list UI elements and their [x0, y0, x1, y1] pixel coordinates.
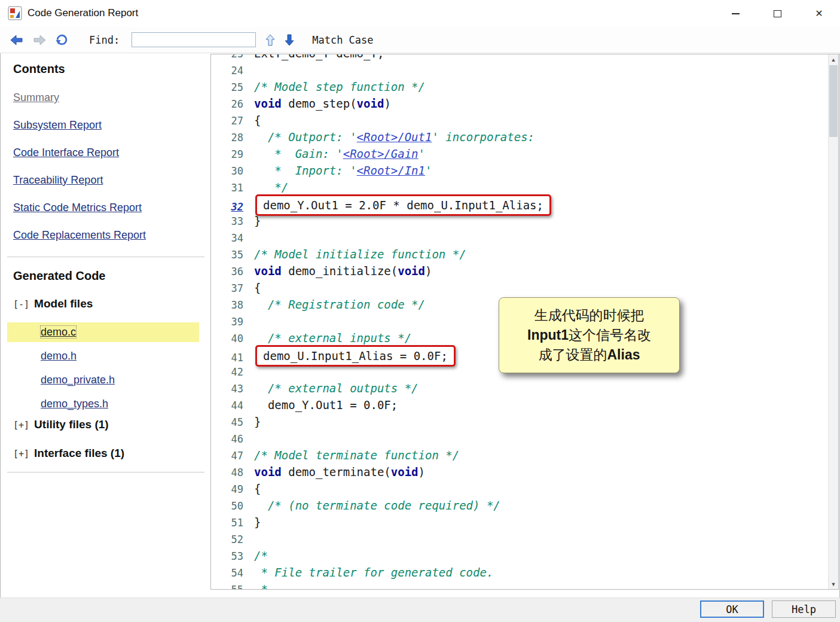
code-token: demo_step( — [282, 97, 357, 110]
code-token: { — [254, 281, 261, 294]
code-text: void demo_terminate(void) — [254, 465, 425, 478]
file-link[interactable]: demo_private.h — [41, 374, 115, 386]
scroll-down-button[interactable]: ▼ — [829, 579, 838, 589]
line-number: 33 — [219, 213, 243, 230]
code-token: /* (no terminate code required) */ — [254, 499, 500, 512]
close-icon: ✕ — [815, 8, 823, 19]
forward-button[interactable] — [32, 34, 47, 46]
scroll-thumb[interactable] — [829, 65, 838, 137]
code-line: 37{ — [219, 279, 827, 296]
code-token: } — [254, 214, 261, 227]
code-link[interactable]: <Root>/Gain — [343, 147, 419, 160]
code-text: /* Model step function */ — [254, 80, 425, 93]
line-number: 49 — [219, 481, 243, 498]
titlebar: Code Generation Report ✕ — [0, 0, 840, 27]
tree-group-label: Model files — [34, 297, 93, 310]
line-number: 34 — [219, 230, 243, 246]
toc-link[interactable]: Traceability Report — [13, 174, 204, 187]
callout-text-line: 成了设置的Alias — [499, 345, 679, 365]
tree-toggle-icon[interactable]: [+] — [13, 449, 29, 459]
code-line: 53/* — [219, 547, 827, 564]
back-button[interactable] — [10, 34, 24, 46]
find-previous-button[interactable] — [265, 34, 275, 46]
contents-links: SummarySubsystem ReportCode Interface Re… — [7, 92, 204, 242]
maximize-button[interactable] — [756, 0, 798, 27]
line-number: 24 — [219, 62, 243, 79]
line-number: 26 — [219, 96, 243, 112]
file-link[interactable]: demo.c — [41, 326, 76, 338]
code-token: void — [254, 264, 282, 278]
match-case-label[interactable]: Match Case — [312, 34, 373, 46]
generated-code-heading: Generated Code — [13, 269, 204, 283]
code-token: ) — [384, 97, 390, 110]
code-line: 34 — [219, 229, 827, 246]
tree-toggle-icon[interactable]: [+] — [13, 420, 29, 431]
sidebar-divider — [7, 257, 204, 257]
code-token: } — [254, 516, 261, 529]
code-token: /* — [254, 549, 268, 562]
code-link[interactable]: <Root>/In1 — [357, 164, 425, 177]
toc-link[interactable]: Summary — [13, 92, 204, 104]
ok-button[interactable]: OK — [700, 600, 764, 618]
file-row: demo_types.h — [7, 394, 204, 414]
file-link[interactable]: demo.h — [41, 350, 77, 362]
file-row: demo.c — [7, 322, 199, 342]
line-number: 28 — [219, 129, 243, 146]
refresh-icon — [55, 33, 69, 47]
toc-link[interactable]: Static Code Metrics Report — [13, 202, 204, 214]
close-button[interactable]: ✕ — [798, 0, 840, 27]
line-number: 23 — [219, 54, 243, 62]
line-number: 42 — [219, 364, 243, 380]
code-line: 31 */ — [219, 179, 827, 196]
code-token: */ — [254, 181, 288, 194]
code-token: void — [398, 264, 425, 278]
code-line: 29 * Gain: '<Root>/Gain' — [219, 145, 827, 162]
code-token: { — [254, 482, 261, 495]
vertical-scrollbar[interactable]: ▲ ▼ — [828, 54, 838, 589]
code-text: /* Outport: '<Root>/Out1' incorporates: — [254, 130, 534, 144]
code-link[interactable]: <Root>/Out1 — [357, 130, 432, 144]
code-line: 51} — [219, 514, 827, 530]
line-number: 25 — [219, 79, 243, 96]
code-token: ' — [425, 164, 432, 177]
line-number: 38 — [219, 297, 243, 313]
code-text: ExtY_demo_T demo_Y; — [254, 54, 384, 60]
code-text: { — [254, 482, 261, 495]
down-arrow-icon — [285, 34, 294, 46]
code-line: 36void demo_initialize(void) — [219, 263, 827, 279]
up-arrow-icon — [265, 34, 275, 46]
toc-link[interactable]: Subsystem Report — [13, 119, 204, 132]
code-token: * — [254, 583, 268, 590]
refresh-button[interactable] — [55, 33, 69, 47]
code-token: void — [357, 97, 384, 110]
toc-link[interactable]: Code Interface Report — [13, 147, 204, 159]
line-number: 30 — [219, 163, 243, 179]
line-number: 54 — [219, 565, 243, 581]
code-token: demo_Y.Out1 = 2.0F * demo_U.Input1_Alias… — [263, 199, 543, 212]
code-text: { — [254, 114, 261, 127]
file-link[interactable]: demo_types.h — [41, 398, 108, 410]
window-title: Code Generation Report — [28, 7, 138, 19]
code-text: /* Model terminate function */ — [254, 449, 459, 462]
code-text: } — [254, 415, 261, 428]
code-token: /* external inputs */ — [254, 331, 411, 344]
toc-link[interactable]: Code Replacements Report — [13, 229, 204, 242]
code-text: * Inport: '<Root>/In1' — [254, 164, 432, 177]
code-text: /* external inputs */ — [254, 331, 411, 344]
code-token: * File trailer for generated code. — [254, 566, 493, 579]
code-line: 28 /* Outport: '<Root>/Out1' incorporate… — [219, 129, 827, 145]
tree-toggle-icon[interactable]: [-] — [13, 299, 29, 310]
help-button[interactable]: Help — [772, 600, 836, 618]
scroll-up-button[interactable]: ▲ — [829, 54, 838, 65]
line-number: 35 — [219, 246, 243, 263]
line-number: 50 — [219, 498, 243, 514]
code-token: demo_Y.Out1 = 0.0F; — [254, 398, 398, 411]
find-next-button[interactable] — [285, 34, 294, 46]
code-panel: 23ExtY_demo_T demo_Y;2425/* Model step f… — [210, 54, 839, 590]
file-tree: [-]Model filesdemo.cdemo.hdemo_private.h… — [7, 297, 204, 460]
minimize-button[interactable] — [714, 0, 756, 27]
code-text: /* — [254, 549, 268, 562]
find-input[interactable] — [132, 32, 256, 47]
code-line: 49{ — [219, 480, 827, 497]
file-row: demo_private.h — [7, 370, 204, 390]
